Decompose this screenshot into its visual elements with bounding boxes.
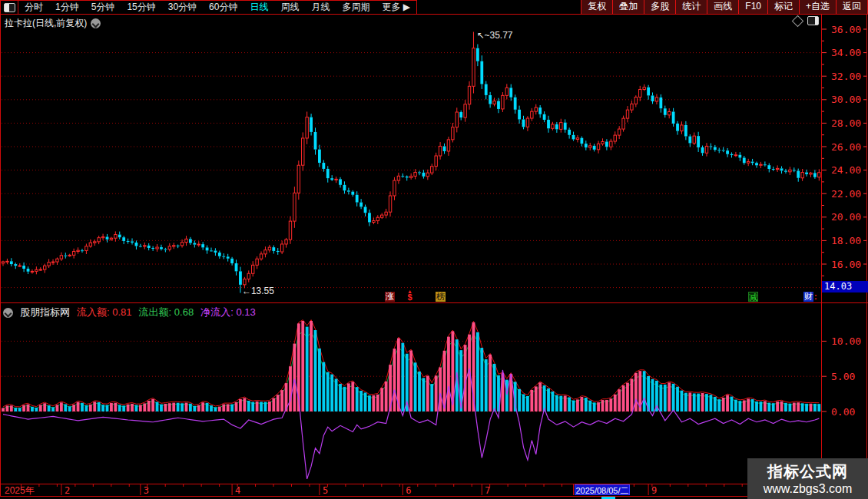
svg-text:10.00: 10.00 [831, 335, 861, 347]
svg-text:24.00: 24.00 [831, 164, 861, 176]
svg-text:5.00: 5.00 [831, 371, 855, 382]
svg-text:32.00: 32.00 [831, 71, 861, 82]
tab-daily[interactable]: 日线 [244, 1, 274, 14]
title-chevron-down-icon[interactable] [91, 18, 101, 28]
watermark: 指标公式网 www.zbgs3.com [747, 458, 868, 499]
svg-text:9: 9 [651, 485, 657, 496]
svg-text:22.00: 22.00 [831, 188, 861, 200]
indicator-header: 股朋指标网 流入额: 0.81 流出额: 0.68 净流入: 0.13 [3, 306, 256, 319]
bang-badge[interactable]: 榜 [436, 292, 446, 302]
tab-weekly[interactable]: 周线 [274, 1, 305, 14]
tab-fenshi[interactable]: 分时 [18, 1, 49, 14]
svg-text:20.00: 20.00 [831, 211, 861, 223]
crosshair-date-label: 2025/08/05/二 [575, 484, 630, 495]
svg-text:6: 6 [406, 485, 411, 496]
tab-monthly[interactable]: 月线 [305, 1, 336, 14]
tab-more[interactable]: 更多 ▶ [376, 1, 416, 14]
svg-text:3: 3 [144, 485, 149, 496]
cai-badge[interactable]: 财 [803, 292, 813, 302]
split-window-icon [4, 3, 15, 12]
chart-corner-icons [793, 16, 819, 25]
svg-text:18.00: 18.00 [831, 235, 861, 246]
cai-colon: : [814, 292, 817, 301]
dollar-flag-icon[interactable]: ▲$ [405, 291, 415, 302]
pane-layout-icon[interactable] [807, 16, 819, 25]
period-toolbar: 分时 1分钟 5分钟 15分钟 30分钟 60分钟 日线 周线 月线 多周期 更… [0, 0, 417, 15]
svg-text:28.00: 28.00 [831, 117, 861, 129]
tab-1min[interactable]: 1分钟 [49, 1, 85, 14]
indicator-axis: 10.005.000.00 [822, 335, 861, 418]
fuquan-button[interactable]: 复权 [581, 0, 612, 14]
tab-60min[interactable]: 60分钟 [203, 1, 244, 14]
svg-text:16.00: 16.00 [831, 259, 861, 270]
charts-canvas: 36.0034.0032.0030.0028.0026.0024.0022.00… [0, 0, 868, 499]
svg-text:↖~35.77: ↖~35.77 [476, 30, 512, 41]
candles-group [2, 32, 820, 293]
svg-text:26.00: 26.00 [831, 141, 861, 153]
watermark-title: 指标公式网 [767, 461, 848, 482]
inflow-label: 流入额: 0.81 [77, 306, 132, 319]
netflow-label: 净流入: 0.13 [200, 306, 256, 319]
crosshair-price-label: 14.03 [822, 281, 868, 292]
status-band: 涨 ▲$ 榜 减 财 : [0, 291, 868, 302]
price-axis: 36.0034.0032.0030.0028.0026.0024.0022.00… [822, 24, 866, 294]
tab-30min[interactable]: 30分钟 [162, 1, 203, 14]
stats-button[interactable]: 统计 [675, 0, 707, 14]
add-watchlist-button[interactable]: +自选 [799, 0, 836, 14]
svg-text:4: 4 [235, 485, 240, 496]
tab-multiperiod[interactable]: 多周期 [336, 1, 376, 14]
layout-button[interactable] [1, 1, 18, 14]
back-button[interactable]: 返回 [836, 0, 868, 14]
svg-text:5: 5 [323, 485, 328, 496]
drawline-button[interactable]: 画线 [707, 0, 738, 14]
time-axis: 2025年23456789 [5, 484, 814, 496]
tab-5min[interactable]: 5分钟 [85, 1, 121, 14]
indicator-collapse-icon[interactable] [3, 308, 13, 318]
zhang-badge[interactable]: 涨 [385, 292, 395, 302]
svg-text:2: 2 [65, 485, 70, 496]
svg-text:30.00: 30.00 [831, 94, 861, 105]
action-toolbar: 复权 叠加 多股 统计 画线 F10 标记 +自选 返回 [581, 0, 868, 15]
diamond-icon[interactable] [792, 15, 804, 27]
app-window: 36.0034.0032.0030.0028.0026.0024.0022.00… [0, 0, 868, 499]
mark-button[interactable]: 标记 [767, 0, 799, 14]
f10-button[interactable]: F10 [738, 0, 767, 14]
multistock-button[interactable]: 多股 [644, 0, 675, 14]
svg-text:0.00: 0.00 [831, 406, 855, 418]
svg-text:2025年: 2025年 [5, 485, 35, 496]
chart-title-row: 拉卡拉(日线,前复权) [5, 17, 101, 30]
watermark-url: www.zbgs3.com [764, 482, 853, 496]
flow-bars [2, 321, 820, 411]
overlay-button[interactable]: 叠加 [612, 0, 644, 14]
chart-title: 拉卡拉(日线,前复权) [5, 17, 87, 30]
outflow-label: 流出额: 0.68 [139, 306, 194, 319]
svg-text:36.00: 36.00 [831, 24, 861, 35]
tab-15min[interactable]: 15分钟 [121, 1, 161, 14]
svg-text:34.00: 34.00 [831, 47, 861, 58]
svg-text:7: 7 [485, 485, 490, 496]
jian-badge[interactable]: 减 [748, 292, 758, 302]
indicator-source: 股朋指标网 [20, 306, 70, 319]
price-gridlines [2, 53, 820, 288]
